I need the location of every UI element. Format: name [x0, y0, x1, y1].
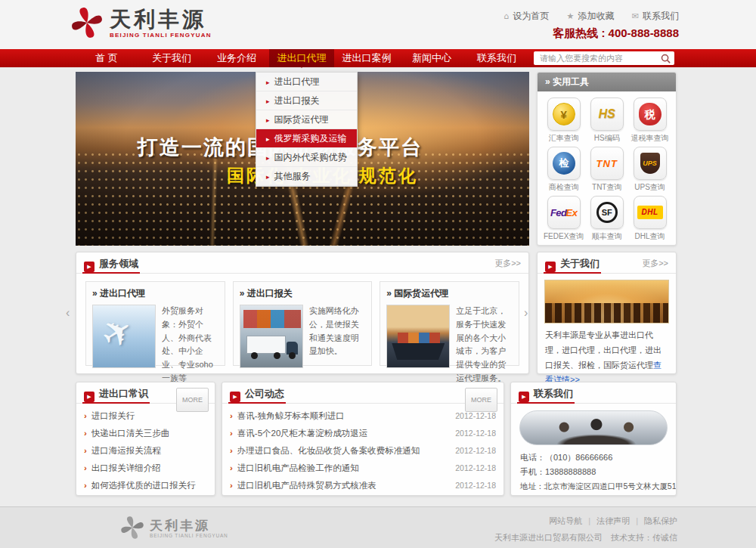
news-item[interactable]: ›办理进口食品、化妆品收货人备案收费标准通知2012-12-18	[230, 442, 496, 460]
service-card-agency[interactable]: » 进出口代理 ✈ 外贸服务对象：外贸个人、外商代表处、中小企业、专业soho一…	[85, 281, 225, 366]
list-item[interactable]: ›快递出口清关三步曲	[84, 425, 207, 442]
logo[interactable]: 天利丰源 BEIJING TIANLI FENGYUAN	[70, 5, 212, 40]
contact-us-link[interactable]: ✉联系我们	[632, 11, 679, 21]
airplane-image: ✈	[92, 305, 156, 368]
footer-link-legal[interactable]: 法律声明	[596, 516, 630, 525]
tool-exchange-rate[interactable]: ¥汇率查询	[544, 98, 584, 144]
footer-link-privacy[interactable]: 隐私保护	[644, 516, 677, 525]
tool-hs-code[interactable]: HSHS编码	[587, 98, 627, 144]
nav-item-contact[interactable]: 联系我们	[464, 49, 529, 67]
services-title: 服务领域	[99, 258, 138, 269]
list-item[interactable]: ›进口海运报关流程	[84, 442, 207, 460]
tools-panel: » 实用工具 ¥汇率查询 HSHS编码 税退税率查询 检商检查询 TNTTNT查…	[537, 72, 677, 246]
nav-item-cases[interactable]: 进出口案例	[334, 49, 399, 67]
footer-links: 网站导航|法律声明|隐私保护	[494, 515, 677, 527]
city-skyline-image	[544, 280, 669, 324]
tool-dhl[interactable]: DHLDHL查询	[630, 196, 670, 242]
news-list: ›喜讯-独角鲸牙标本顺利进口2012-12-18 ›喜讯-5个20尺柜木薯淀粉成…	[222, 404, 503, 494]
footer-logo-title: 天利丰源	[150, 518, 228, 533]
ups-logo-icon: UPS	[640, 153, 660, 174]
news-header: ▶公司动态 MORE	[222, 382, 503, 404]
tool-inspection[interactable]: 检商检查询	[544, 147, 584, 193]
services-section: ▶服务领域 更多>> » 进出口代理 ✈ 外贸服务对象：外贸个人、外商代表处、中…	[76, 252, 529, 374]
truck-wheel	[251, 352, 258, 359]
search-input[interactable]	[540, 54, 661, 63]
news-date: 2012-12-18	[455, 425, 496, 442]
service-card-customs[interactable]: » 进出口报关 实施网络化办公，是使报关和通关速度明显加快。	[233, 281, 373, 366]
truck-trailer	[246, 336, 286, 354]
service-cards: » 进出口代理 ✈ 外贸服务对象：外贸个人、外商代表处、中小企业、专业soho一…	[76, 274, 528, 373]
news-date: 2012-12-18	[455, 442, 496, 460]
truck-wheel	[289, 352, 296, 359]
tax-rebate-icon: 税	[639, 103, 662, 125]
footer: 天利丰源 BEIJING TIANLI FENGYUAN 网站导航|法律声明|隐…	[0, 506, 756, 548]
dropdown-item[interactable]: ▸国际货运代理	[256, 110, 357, 129]
arrow-bullet-icon: ▸	[266, 116, 270, 124]
news-date: 2012-12-18	[455, 477, 496, 494]
main-nav: 首 页 关于我们 业务介绍 进出口代理 进出口案例 新闻中心 联系我们	[0, 49, 756, 67]
contact-header: ▶联系我们	[511, 382, 676, 404]
nav-item-import-export-agency[interactable]: 进出口代理	[269, 49, 334, 67]
news-item[interactable]: ›进口旧机电产品特殊贸易方式核准表2012-12-18	[230, 477, 496, 494]
fedex-logo-icon: Ex	[566, 207, 578, 218]
sf-express-logo-icon: SF	[596, 202, 618, 223]
carousel-right-arrow[interactable]: ›	[524, 307, 528, 319]
title-underline	[82, 402, 150, 404]
news-more-button[interactable]: MORE	[465, 388, 497, 412]
set-homepage-link[interactable]: ⌂设为首页	[503, 11, 549, 21]
bullet-icon: ›	[230, 407, 233, 425]
arrow-bullet-icon: ▸	[266, 79, 270, 86]
bullet-icon: ›	[84, 425, 87, 442]
nav-item-business[interactable]: 业务介绍	[204, 49, 269, 67]
carousel-left-arrow[interactable]: ‹	[66, 307, 70, 319]
tool-fedex[interactable]: FedExFEDEX查询	[544, 196, 584, 242]
news-item[interactable]: ›喜讯-独角鲸牙标本顺利进口2012-12-18	[230, 407, 496, 425]
contact-section: ▶联系我们 电话：（010）86666666 手机：13888888888 地址…	[510, 382, 677, 496]
contact-phone: 电话：（010）86666666	[511, 450, 676, 465]
footer-logo-knot-icon	[119, 515, 145, 540]
nav-item-home[interactable]: 首 页	[74, 49, 139, 67]
knowledge-more-button[interactable]: MORE	[176, 388, 209, 412]
tool-tnt[interactable]: TNTTNT查询	[587, 147, 627, 193]
news-item[interactable]: ›进口旧机电产品检验工作的通知2012-12-18	[230, 460, 496, 477]
contact-mobile: 手机：13888888888	[511, 465, 676, 479]
news-item[interactable]: ›喜讯-5个20尺柜木薯淀粉成功退运2012-12-18	[230, 425, 496, 442]
tool-ups[interactable]: UPSUPS查询	[630, 147, 670, 193]
dropdown-item[interactable]: ▸进出口报关	[256, 91, 357, 110]
list-item[interactable]: ›如何选择优质的进口报关行	[84, 477, 207, 494]
dropdown-item[interactable]: ▸进出口代理	[256, 73, 357, 91]
dropdown-item[interactable]: ▸国内外代采购优势	[256, 148, 357, 167]
dropdown-item-active[interactable]: ▸俄罗斯采购及运输	[256, 129, 357, 148]
skyline-silhouette	[545, 303, 668, 323]
separator: |	[636, 516, 638, 525]
coin-icon: ¥	[553, 103, 575, 125]
about-more-link[interactable]: 更多>>	[642, 252, 668, 274]
list-item[interactable]: ›出口报关详细介绍	[84, 460, 207, 477]
add-favorite-link[interactable]: ★添加收藏	[567, 11, 615, 21]
about-header: ▶关于我们 更多>>	[538, 252, 676, 274]
truck-wheel	[274, 352, 280, 359]
nav-items: 首 页 关于我们 业务介绍 进出口代理 进出口案例 新闻中心 联系我们	[74, 49, 529, 67]
contact-title: 联系我们	[534, 388, 573, 399]
dropdown-item[interactable]: ▸其他服务	[256, 167, 357, 186]
bullet-icon: ›	[230, 460, 233, 477]
tools-panel-title: » 实用工具	[538, 73, 676, 91]
search-icon[interactable]	[661, 54, 671, 63]
search-box	[534, 51, 674, 65]
star-icon: ★	[567, 11, 575, 21]
service-card-freight[interactable]: » 国际货运代理 立足于北京，服务于快速发展的各个大小城市，为客户提供专业的货运…	[380, 281, 519, 366]
nav-item-about[interactable]: 关于我们	[139, 49, 204, 67]
footer-link-sitemap[interactable]: 网站导航	[549, 516, 582, 525]
bullet-icon: ›	[84, 407, 87, 425]
section-marker-icon: ▶	[230, 392, 240, 402]
tool-tax-rebate[interactable]: 税退税率查询	[630, 98, 670, 144]
services-header: ▶服务领域 更多>>	[76, 252, 528, 274]
services-more-link[interactable]: 更多>>	[494, 252, 521, 274]
header: 天利丰源 BEIJING TIANLI FENGYUAN ⌂设为首页 ★添加收藏…	[0, 0, 756, 49]
logo-knot-icon	[70, 5, 104, 40]
tool-sf-express[interactable]: SF顺丰查询	[587, 196, 627, 242]
nav-item-news[interactable]: 新闻中心	[399, 49, 464, 67]
title-underline	[82, 272, 140, 274]
section-marker-icon: ▶	[545, 262, 556, 272]
bullet-icon: ›	[230, 442, 233, 460]
